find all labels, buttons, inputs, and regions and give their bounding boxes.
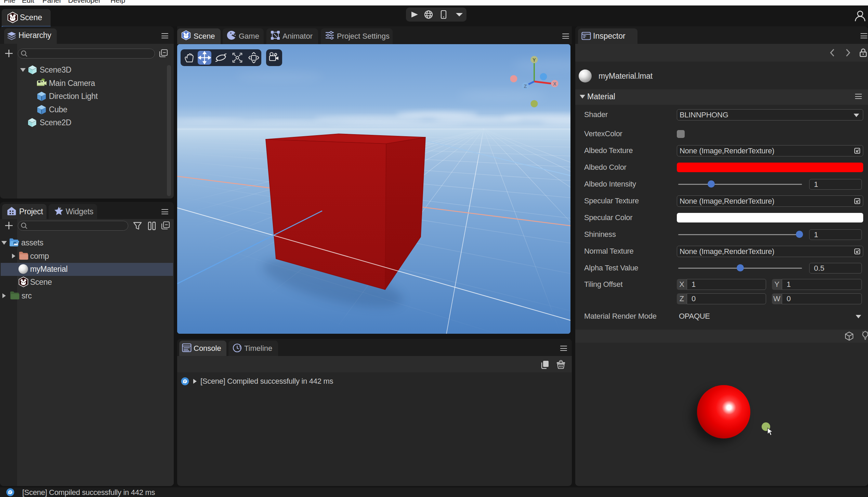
svg-text:X: X	[553, 81, 556, 87]
svg-text:Y: Y	[532, 57, 536, 63]
svg-text:Z: Z	[524, 84, 527, 89]
